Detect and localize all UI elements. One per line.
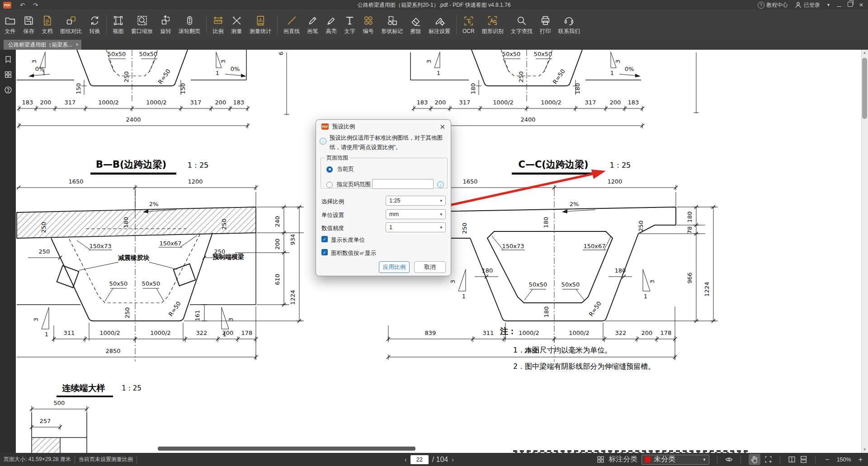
page-total: / 104 xyxy=(432,456,448,464)
next-page-icon[interactable]: › xyxy=(452,456,454,463)
scale-dropdown[interactable]: 1:25▾ xyxy=(386,196,446,206)
pen-button[interactable]: 画笔 xyxy=(303,11,322,38)
horizontal-scrollbar-thumb[interactable] xyxy=(158,447,415,451)
contact-us-button[interactable]: 联系我们 xyxy=(555,11,584,38)
number-button[interactable]: 1234编号 xyxy=(359,11,377,38)
wheel-page-button[interactable]: 滚轮翻页 xyxy=(175,11,204,38)
continuous-view-icon[interactable] xyxy=(800,456,807,463)
svg-text:3: 3 xyxy=(33,318,39,321)
svg-text:1: 1 xyxy=(216,70,219,76)
svg-text:180: 180 xyxy=(686,212,693,223)
erase-button[interactable]: 擦除 xyxy=(406,11,425,38)
svg-text:178: 178 xyxy=(241,329,253,336)
current-page-radio[interactable]: 当前页 xyxy=(326,165,354,173)
zoom-in-button[interactable]: + xyxy=(857,456,864,464)
help-icon[interactable] xyxy=(4,86,12,94)
highlight-button[interactable]: 高亮 xyxy=(322,11,340,38)
unit-dropdown[interactable]: mm▾ xyxy=(386,209,446,219)
svg-text:150x67: 150x67 xyxy=(583,243,605,249)
drawing-compare-button[interactable]: 图纸对比 xyxy=(57,11,85,38)
add-frame-icon[interactable] xyxy=(764,456,772,463)
two-page-view-icon[interactable] xyxy=(788,456,796,463)
svg-text:150x67: 150x67 xyxy=(159,240,181,247)
svg-text:180: 180 xyxy=(482,267,493,274)
annotation-category-dropdown[interactable]: 未分类 ▼ xyxy=(642,455,709,465)
scroll-down-icon[interactable]: ▼ xyxy=(862,447,868,452)
headset-icon xyxy=(563,15,575,26)
cancel-button[interactable]: 取消 xyxy=(414,261,446,273)
svg-text:3: 3 xyxy=(649,280,656,283)
vertical-scrollbar-thumb[interactable] xyxy=(862,58,867,119)
apply-scale-button[interactable]: 应用比例 xyxy=(379,261,410,273)
view-icon xyxy=(113,15,124,26)
zoom-out-button[interactable]: − xyxy=(823,456,831,464)
precision-dropdown[interactable]: 1▾ xyxy=(386,222,446,232)
prev-page-icon[interactable]: ‹ xyxy=(405,456,407,463)
dialog-title-bar[interactable]: PDF 预设比例 ✕ xyxy=(316,120,451,133)
hand-tool-button[interactable] xyxy=(749,454,760,465)
dialog-info-text: 纸，请使用“两点设置比例”。 xyxy=(330,145,448,151)
svg-text:2400: 2400 xyxy=(520,116,535,123)
svg-text:1：25: 1：25 xyxy=(188,161,209,169)
svg-text:150x73: 150x73 xyxy=(89,243,111,249)
shape-mark-button[interactable]: 形状标记 xyxy=(377,11,406,38)
svg-text:180: 180 xyxy=(543,306,550,318)
rotate-button[interactable]: 旋转 xyxy=(156,11,175,38)
scale-button[interactable]: 比例 xyxy=(209,11,227,38)
bookmark-icon[interactable] xyxy=(4,55,12,63)
document-button[interactable]: 文档 xyxy=(38,11,57,38)
save-button[interactable]: 保存 xyxy=(19,11,38,38)
precision-label: 数值精度 xyxy=(321,225,344,232)
minimize-button[interactable] xyxy=(837,2,841,8)
page-range-input[interactable] xyxy=(372,179,434,189)
dialog-close-icon[interactable]: ✕ xyxy=(439,123,445,130)
close-button[interactable]: ✕ xyxy=(859,2,863,8)
document-tab[interactable]: 公路桥梁通用图（箱梁系... × xyxy=(4,40,81,50)
svg-text:50x50: 50x50 xyxy=(529,281,547,288)
tab-close-icon[interactable]: × xyxy=(75,42,79,48)
svg-text:3: 3 xyxy=(31,60,38,63)
restore-button[interactable] xyxy=(848,2,853,8)
measure-button[interactable]: 测量 xyxy=(227,11,246,38)
window-zoom-button[interactable]: 窗口缩放 xyxy=(127,11,156,38)
page-number-input[interactable]: 22 xyxy=(410,455,429,464)
thumbnails-icon[interactable] xyxy=(4,71,12,79)
page-range-radio[interactable]: 指定页码范围 xyxy=(326,181,371,188)
show-length-unit-checkbox[interactable]: ✓ xyxy=(321,236,328,242)
svg-text:3: 3 xyxy=(449,280,456,283)
undo-icon[interactable]: ↶ xyxy=(20,2,25,9)
category-color-swatch xyxy=(645,457,651,462)
redo-icon[interactable]: ↷ xyxy=(33,2,38,9)
text-button[interactable]: 文字 xyxy=(340,11,359,38)
shape-recognition-button[interactable]: 图形识别 xyxy=(478,11,507,38)
svg-text:250: 250 xyxy=(39,248,50,255)
svg-text:150: 150 xyxy=(75,83,82,94)
svg-text:78: 78 xyxy=(686,226,693,234)
svg-text:200: 200 xyxy=(222,329,234,336)
tutorial-center-button[interactable]: ? 教程中心 xyxy=(758,1,788,9)
ocr-button[interactable]: OCR xyxy=(459,11,478,38)
svg-text:R=50: R=50 xyxy=(552,68,566,85)
svg-text:1224: 1224 xyxy=(289,290,296,305)
draw-line-button[interactable]: 画直线 xyxy=(280,11,303,38)
menu-caret-icon[interactable]: ▼ xyxy=(826,3,830,7)
measure-stats-button[interactable]: 测量统计 xyxy=(246,11,275,38)
annotation-settings-button[interactable]: 标注设置 xyxy=(425,11,454,38)
range-info-icon[interactable]: i xyxy=(437,181,444,188)
pdf-logo-icon: PDF xyxy=(321,123,329,130)
file-button[interactable]: 文件 xyxy=(1,11,19,38)
svg-text:610: 610 xyxy=(274,274,281,285)
login-status[interactable]: 已登录 xyxy=(794,1,820,9)
svg-text:2400: 2400 xyxy=(126,116,141,123)
svg-text:1000/2: 1000/2 xyxy=(569,329,590,336)
text-search-button[interactable]: 文字查找 xyxy=(507,11,536,38)
visibility-eye-icon[interactable] xyxy=(725,456,733,463)
toolbar-separator xyxy=(456,15,457,35)
print-button[interactable]: 打印 xyxy=(536,11,555,38)
view-button[interactable]: 视图 xyxy=(109,11,127,38)
scroll-up-icon[interactable]: ▲ xyxy=(862,51,868,55)
dialog-title: 预设比例 xyxy=(332,123,355,131)
chevron-down-icon: ▾ xyxy=(440,198,442,203)
area-sqm-checkbox[interactable]: ✓ xyxy=(321,249,328,255)
convert-button[interactable]: 转换 xyxy=(85,11,104,38)
